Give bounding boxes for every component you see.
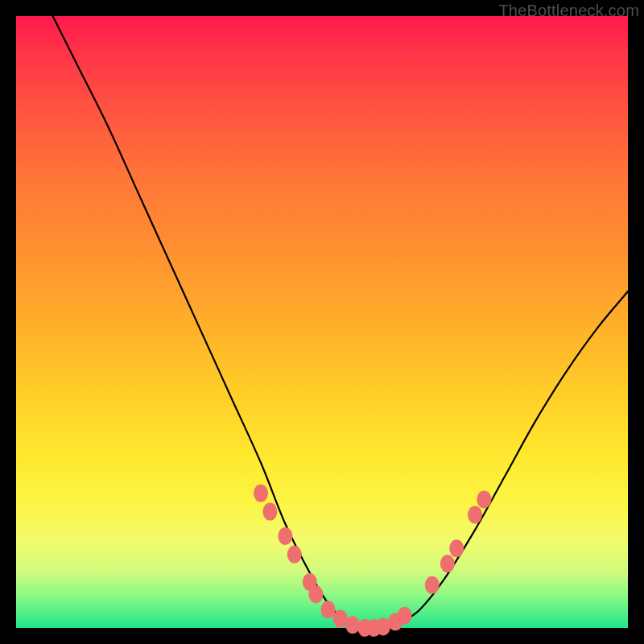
data-marker <box>440 555 455 572</box>
plot-area <box>16 16 628 628</box>
data-marker <box>278 527 292 545</box>
data-marker <box>449 539 464 557</box>
data-marker <box>468 506 482 523</box>
chart-svg <box>16 16 628 628</box>
data-marker <box>287 546 302 564</box>
chart-frame: TheBottleneck.com <box>0 0 644 644</box>
data-marker <box>254 485 268 502</box>
data-marker <box>477 490 491 508</box>
data-marker <box>398 607 412 625</box>
watermark-text: TheBottleneck.com <box>498 2 639 20</box>
data-marker <box>308 585 323 603</box>
bottleneck-curve <box>53 16 628 629</box>
data-marker <box>262 503 277 521</box>
data-marker <box>321 601 336 618</box>
data-marker <box>345 616 360 634</box>
data-marker <box>425 576 440 594</box>
